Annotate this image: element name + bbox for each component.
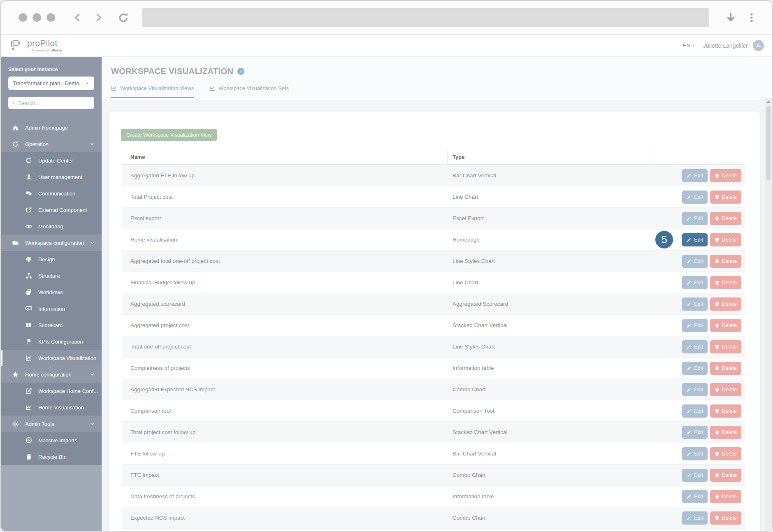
window-control-dot[interactable] [32,13,41,22]
delete-button[interactable]: Delete [710,276,741,289]
edit-button[interactable]: Edit [682,212,708,225]
edit-button[interactable]: Edit [682,276,708,289]
scrollbar-thumb[interactable] [766,106,771,180]
column-header-type: Type [448,149,650,164]
scrollbar[interactable] [765,98,772,532]
sidebar-item-workspace-home-conf[interactable]: Workspace Home Conf... [1,383,102,399]
scrollbar-up-arrow-icon[interactable] [766,100,771,103]
window-control-dot[interactable] [46,13,55,22]
edit-button[interactable]: Edit [682,169,708,182]
delete-button[interactable]: Delete [710,404,741,418]
sidebar-item-admin-tools[interactable]: Admin Tools [1,416,102,432]
edit-button[interactable]: Edit [682,383,708,396]
delete-button[interactable]: Delete [710,319,741,332]
language-selector[interactable]: EN [683,42,696,49]
edit-button[interactable]: Edit [682,233,708,246]
reload-icon[interactable] [118,12,129,23]
window-control-dot[interactable] [19,13,27,22]
sidebar-item-workflows[interactable]: Workflows [1,284,102,300]
edit-button[interactable]: Edit [682,190,708,204]
chevron-down-icon [90,142,95,146]
chart-tab-icon [111,85,117,91]
back-icon[interactable] [72,12,83,23]
pencil-icon [687,494,692,499]
delete-button[interactable]: Delete [710,233,741,246]
delete-button[interactable]: Delete [710,426,741,439]
delete-button[interactable]: Delete [710,212,741,225]
palette-icon [26,256,32,263]
delete-button[interactable]: Delete [710,447,741,460]
delete-button[interactable]: Delete [710,362,741,375]
avatar[interactable]: JL [753,40,764,51]
forward-icon[interactable] [93,12,104,23]
sidebar-item-design[interactable]: Design [1,251,102,267]
sidebar-item-label: Information [38,306,65,312]
table-body: Aggregated FTE follow upBar Chart Vertic… [122,165,745,529]
trash-small-icon [715,366,720,371]
tab-label: Workspace Visualization Views [120,85,194,91]
delete-button[interactable]: Delete [710,469,741,482]
sidebar-item-label: Design [38,256,55,263]
delete-button[interactable]: Delete [710,490,741,503]
trash-small-icon [715,216,720,221]
user-name[interactable]: Juliette Langellier [703,42,748,49]
sidebar-item-workspace-visualization[interactable]: Workspace Visualization [1,350,102,366]
delete-button[interactable]: Delete [710,511,741,525]
browser-chrome [1,1,772,35]
sidebar-item-workspace-configuration[interactable]: Workspace configuration [1,235,102,251]
sidebar-item-home-configuration[interactable]: Home configuration [1,366,102,383]
trash-small-icon [715,323,720,328]
sidebar-item-scorecard[interactable]: Scorecard [1,317,102,333]
sidebar-item-external-component[interactable]: External Component [1,202,102,218]
delete-button[interactable]: Delete [710,190,741,204]
tab-workspace-visualization-views[interactable]: Workspace Visualization Views [111,85,194,98]
edit-button[interactable]: Edit [682,469,708,482]
pencil-icon [687,473,692,478]
edit-button[interactable]: Edit [682,511,708,525]
edit-button[interactable]: Edit [682,362,708,375]
sidebar-item-operation[interactable]: Operation [1,136,102,152]
sidebar-item-communication[interactable]: Communication [1,185,102,202]
browser-menu-icon[interactable] [746,12,757,23]
edit-button[interactable]: Edit [682,340,708,353]
sidebar-item-kpis-configuration[interactable]: KPIs Configuration [1,333,102,350]
trash-small-icon [715,195,720,200]
instance-select[interactable]: Transformation plan - Demo [8,77,94,90]
sidebar-item-label: Recycle Bin [38,454,67,460]
edit-button[interactable]: Edit [682,319,708,332]
url-bar[interactable] [142,8,709,27]
sidebar-item-user-management[interactable]: User management [1,169,102,185]
sidebar-menu: Admin HomepageOperationUpdate CenterUser… [1,119,102,465]
edit-button[interactable]: Edit [682,426,708,439]
sidebar-item-recycle-bin[interactable]: Recycle Bin [1,448,102,465]
delete-button[interactable]: Delete [710,255,741,268]
sidebar-item-structure[interactable]: Structure [1,267,102,284]
row-name: Total one-off project cost [122,344,448,350]
edit-button[interactable]: Edit [682,447,708,460]
edit-button[interactable]: Edit [682,490,708,503]
pencil-icon [687,451,692,456]
edit-button[interactable]: Edit [682,404,708,418]
trash-small-icon [715,430,720,435]
delete-button[interactable]: Delete [710,297,741,311]
row-actions: 5EditDelete [650,231,745,249]
tab-workspace-visualization-sets[interactable]: Workspace Visualization Sets [209,85,289,98]
delete-button[interactable]: Delete [710,340,741,353]
sitemap-icon [26,272,32,279]
search-input[interactable] [18,100,91,106]
sidebar-item-information[interactable]: Information [1,300,102,317]
edit-button[interactable]: Edit [682,297,708,311]
sidebar-item-admin-homepage[interactable]: Admin Homepage [1,119,102,136]
delete-button[interactable]: Delete [710,383,741,396]
sidebar-item-massive-imports[interactable]: Massive Imports [1,432,102,448]
row-type: Bar Chart Vertical [448,451,650,457]
info-icon[interactable]: i [237,68,244,75]
sidebar-item-home-visualisation[interactable]: Home Visualisation [1,399,102,416]
edit-button[interactable]: Edit [682,255,708,268]
sidebar-item-update-center[interactable]: Update Center [1,152,102,169]
sidebar-item-monitoring[interactable]: Monitoring [1,218,102,235]
create-workspace-visualization-view-button[interactable]: Create Workspace Visualization View [121,129,217,141]
download-icon[interactable] [724,11,737,24]
delete-button[interactable]: Delete [710,169,741,182]
chevron-down-icon [90,372,95,377]
